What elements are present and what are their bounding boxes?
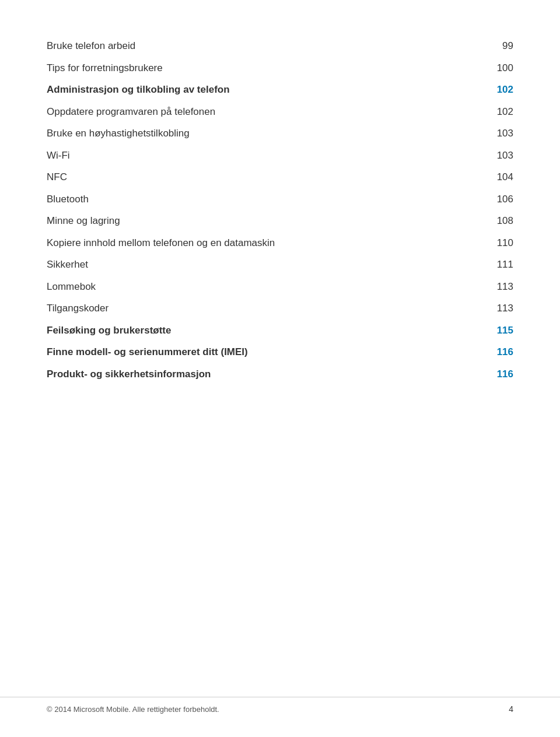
toc-item-label: Bluetooth <box>47 188 478 210</box>
toc-row: Sikkerhet111 <box>47 254 513 276</box>
toc-item-label: Minne og lagring <box>47 210 478 232</box>
toc-item-page: 111 <box>478 254 513 276</box>
toc-item-label: Kopiere innhold mellom telefonen og en d… <box>47 232 478 254</box>
toc-item-page: 102 <box>478 79 513 101</box>
toc-row: Wi-Fi103 <box>47 145 513 167</box>
toc-item-label: Finne modell- og serienummeret ditt (IME… <box>47 341 478 363</box>
toc-item-page: 116 <box>478 363 513 385</box>
toc-table: Bruke telefon arbeid99Tips for forretnin… <box>47 35 513 385</box>
toc-item-page: 99 <box>478 35 513 57</box>
toc-item-label: Bruke en høyhastighetstilkobling <box>47 122 478 145</box>
toc-item-page: 106 <box>478 188 513 210</box>
toc-row: Administrasjon og tilkobling av telefon1… <box>47 79 513 101</box>
toc-row: Bruke en høyhastighetstilkobling103 <box>47 122 513 145</box>
toc-item-page: 113 <box>478 297 513 320</box>
toc-item-page: 110 <box>478 232 513 254</box>
toc-row: Finne modell- og serienummeret ditt (IME… <box>47 341 513 363</box>
toc-item-label: Sikkerhet <box>47 254 478 276</box>
toc-item-label: Produkt- og sikkerhetsinformasjon <box>47 363 478 385</box>
toc-item-page: 103 <box>478 145 513 167</box>
toc-item-page: 116 <box>478 341 513 363</box>
toc-row: Kopiere innhold mellom telefonen og en d… <box>47 232 513 254</box>
toc-item-page: 108 <box>478 210 513 232</box>
toc-row: Tilgangskoder113 <box>47 297 513 320</box>
toc-item-label: Oppdatere programvaren på telefonen <box>47 101 478 123</box>
toc-item-label: Bruke telefon arbeid <box>47 35 478 57</box>
toc-item-label: Tilgangskoder <box>47 297 478 320</box>
toc-row: Tips for forretningsbrukere100 <box>47 57 513 79</box>
toc-row: Lommebok113 <box>47 276 513 298</box>
toc-item-page: 100 <box>478 57 513 79</box>
toc-item-label: Feilsøking og brukerstøtte <box>47 320 478 342</box>
toc-row: Oppdatere programvaren på telefonen102 <box>47 101 513 123</box>
toc-item-label: NFC <box>47 166 478 188</box>
footer: © 2014 Microsoft Mobile. Alle rettighete… <box>0 697 560 714</box>
toc-item-page: 103 <box>478 122 513 145</box>
toc-row: Minne og lagring108 <box>47 210 513 232</box>
toc-item-page: 115 <box>478 320 513 342</box>
toc-item-label: Lommebok <box>47 276 478 298</box>
toc-row: NFC104 <box>47 166 513 188</box>
toc-row: Bruke telefon arbeid99 <box>47 35 513 57</box>
toc-item-page: 113 <box>478 276 513 298</box>
toc-item-page: 102 <box>478 101 513 123</box>
toc-row: Feilsøking og brukerstøtte115 <box>47 320 513 342</box>
footer-copyright: © 2014 Microsoft Mobile. Alle rettighete… <box>47 705 219 714</box>
toc-item-page: 104 <box>478 166 513 188</box>
main-content: Bruke telefon arbeid99Tips for forretnin… <box>0 0 560 431</box>
toc-row: Bluetooth106 <box>47 188 513 210</box>
toc-item-label: Administrasjon og tilkobling av telefon <box>47 79 478 101</box>
toc-item-label: Wi-Fi <box>47 145 478 167</box>
footer-page-number: 4 <box>509 704 513 714</box>
toc-row: Produkt- og sikkerhetsinformasjon116 <box>47 363 513 385</box>
toc-item-label: Tips for forretningsbrukere <box>47 57 478 79</box>
